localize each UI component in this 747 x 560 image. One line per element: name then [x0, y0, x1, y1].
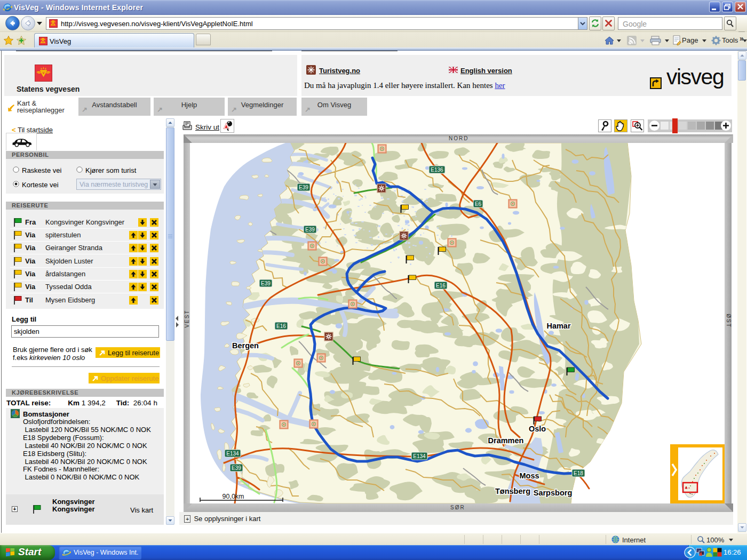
- svg-text:Moss: Moss: [519, 471, 539, 480]
- svg-text:Drammen: Drammen: [488, 436, 524, 445]
- svg-text:E6: E6: [475, 201, 482, 207]
- svg-text:E134: E134: [413, 453, 426, 459]
- svg-text:E136: E136: [431, 167, 443, 173]
- svg-text:E134: E134: [226, 451, 239, 457]
- svg-text:E39: E39: [232, 465, 241, 471]
- svg-text:E39: E39: [261, 281, 271, 286]
- svg-text:E16: E16: [436, 283, 446, 289]
- svg-text:E16: E16: [276, 323, 286, 329]
- svg-text:Tønsberg: Tønsberg: [495, 487, 530, 495]
- svg-text:Bergen: Bergen: [232, 341, 259, 350]
- svg-text:Hamar: Hamar: [546, 322, 570, 330]
- svg-text:Oslo: Oslo: [529, 425, 546, 433]
- svg-text:Sarpsborg: Sarpsborg: [534, 489, 573, 497]
- svg-text:90,0km: 90,0km: [222, 493, 244, 500]
- svg-text:E39: E39: [305, 227, 315, 233]
- svg-text:E39: E39: [299, 185, 308, 190]
- svg-text:E18: E18: [574, 470, 583, 476]
